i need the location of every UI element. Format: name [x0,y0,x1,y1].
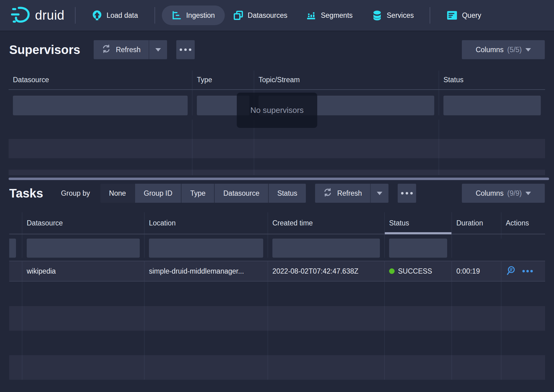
datasource-filter-input[interactable] [13,96,188,115]
task-created-time: 2022-08-02T07:42:47.638Z [268,261,385,281]
nav-item-datasources[interactable]: Datasources [232,6,289,25]
supervisors-more-button[interactable] [176,40,195,59]
tasks-refresh-caret-button[interactable] [370,184,388,203]
group-by-datasource-button[interactable]: Datasource [214,184,268,203]
chevron-down-icon [525,48,531,52]
more-icon [180,48,182,51]
row-more-icon [522,270,533,272]
created-time-filter-input[interactable] [272,239,380,258]
tasks-columns-button[interactable]: Columns (9/9) [462,184,545,203]
nav-item-label: Ingestion [186,11,215,20]
supervisors-columns-button[interactable]: Columns (5/5) [462,40,545,59]
tasks-refresh-split-button: Refresh [315,184,388,203]
nav-item-label: Segments [321,11,353,20]
success-status-dot [389,268,395,274]
tasks-more-button[interactable] [398,184,416,203]
nav-item-services[interactable]: Services [370,6,415,25]
nav-divider [75,7,76,24]
group-by-none-button[interactable]: None [100,184,135,203]
tasks-filter-row [9,234,545,261]
search-details-icon [506,266,516,277]
column-header-datasource[interactable]: Datasource [9,71,193,89]
task-actions [501,261,545,281]
refresh-label: Refresh [116,46,141,54]
column-header-type[interactable]: Type [193,71,254,89]
tasks-title: Tasks [9,187,43,199]
sort-indicator [385,232,451,234]
nav-item-query[interactable]: Query [445,6,483,25]
tasks-table: Datasource Location Created time Status … [9,212,545,380]
refresh-icon [102,44,111,55]
location-filter-input[interactable] [149,239,263,258]
column-header-duration[interactable]: Duration [452,212,501,234]
nav-item-load-data[interactable]: Load data [90,6,140,25]
column-header-status-sorted[interactable]: Status [385,212,452,234]
columns-count: (9/9) [507,189,522,198]
group-by-group-id-button[interactable]: Group ID [135,184,181,203]
supervisors-toolbar: Supervisors Refresh [9,40,545,59]
refresh-label: Refresh [337,189,362,198]
column-header-status[interactable]: Status [439,71,545,89]
group-by-button-group: None Group ID Type Datasource Status [100,184,306,203]
tasks-table-header: Datasource Location Created time Status … [9,212,545,234]
nav-item-ingestion[interactable]: Ingestion [162,6,224,25]
nav-item-label: Datasources [248,11,287,20]
datasources-stack-icon [233,10,243,20]
chevron-down-icon [155,48,161,52]
empty-table-row [9,158,545,170]
tasks-toolbar: Tasks Group by None Group ID Type Dataso… [9,184,545,203]
druid-console: druid Load data Ingestio [0,0,554,392]
navbar: druid Load data Ingestio [0,0,554,31]
nav-item-label: Load data [107,11,138,20]
brand[interactable]: druid [11,5,64,25]
group-by-type-button[interactable]: Type [181,184,214,203]
chevron-down-icon [525,192,531,195]
task-details-button[interactable] [506,266,516,277]
column-header-created-time[interactable]: Created time [268,212,385,234]
supervisors-refresh-caret-button[interactable] [149,40,167,59]
ingestion-chart-icon [172,10,181,20]
task-datasource: wikipedia [22,261,145,281]
column-header-actions[interactable]: Actions [501,212,545,234]
empty-table-row [9,170,545,175]
empty-table-row [9,355,545,380]
group-by-label: Group by [61,189,90,198]
status-filter-input[interactable] [389,239,447,258]
supervisors-table: Datasource Type Topic/Stream Status No s… [9,71,545,175]
task-duration: 0:00:19 [452,261,501,281]
refresh-icon [323,188,332,199]
druid-logo-icon [11,5,30,25]
supervisors-refresh-button[interactable]: Refresh [94,40,149,59]
empty-table-row [9,331,545,355]
empty-table-row [9,306,545,331]
clipped-filter-input[interactable] [9,239,16,258]
services-database-icon [372,10,382,21]
chevron-down-icon [377,192,382,195]
group-by-status-button[interactable]: Status [268,184,306,203]
supervisors-refresh-split-button: Refresh [94,40,167,59]
column-header-topic-stream[interactable]: Topic/Stream [254,71,439,89]
upload-icon [92,10,102,20]
supervisors-horizontal-scrollbar[interactable] [9,178,549,180]
empty-table-row [9,139,545,158]
column-header-location[interactable]: Location [145,212,268,234]
empty-table-row [9,282,545,306]
supervisors-table-header: Datasource Type Topic/Stream Status [9,71,545,90]
nav-item-label: Query [462,11,481,20]
brand-wordmark: druid [35,8,64,23]
nav-item-segments[interactable]: Segments [305,6,355,25]
task-status: SUCCESS [385,261,452,281]
more-icon [401,192,404,194]
task-more-actions-button[interactable] [522,270,533,272]
datasource-filter-input[interactable] [27,239,140,258]
column-header-datasource[interactable]: Datasource [22,212,145,234]
supervisors-title: Supervisors [9,44,80,56]
status-filter-input[interactable] [443,96,541,115]
nav-divider [154,7,155,24]
nav-divider [430,7,430,24]
query-console-icon [447,11,457,20]
tasks-refresh-button[interactable]: Refresh [315,184,370,203]
segments-bars-icon [306,10,316,20]
columns-count: (5/5) [507,46,522,54]
task-row-wikipedia[interactable]: wikipedia simple-druid-middlemanager... … [9,261,545,282]
